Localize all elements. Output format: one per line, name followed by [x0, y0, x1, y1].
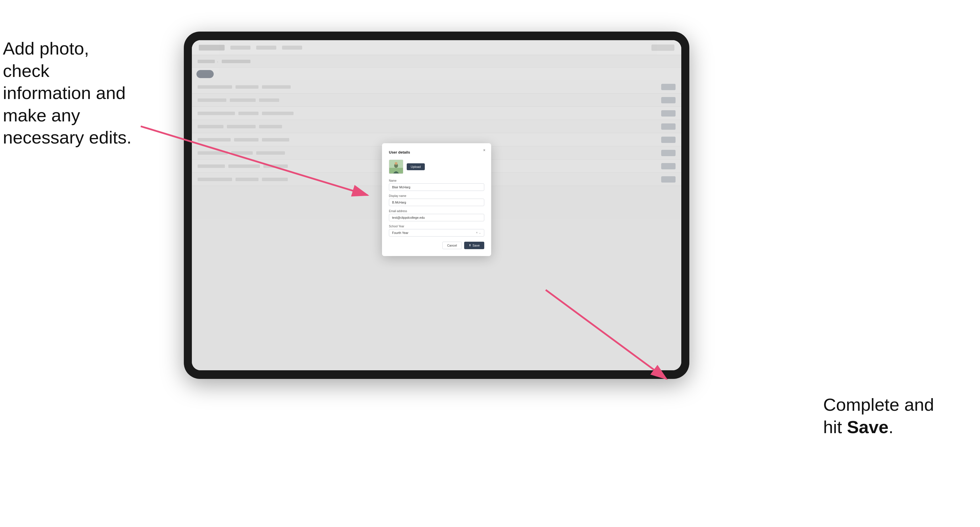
name-label: Name	[389, 179, 484, 182]
chevron-down-icon: ⌄	[479, 231, 481, 234]
tablet-screen: ›	[192, 40, 681, 370]
email-input[interactable]	[389, 214, 484, 221]
annotation-left: Add photo, check information and make an…	[3, 37, 135, 149]
select-clear-icon[interactable]: ×	[476, 231, 478, 234]
svg-point-6	[395, 162, 398, 165]
modal-footer: Cancel ⬆ Save	[389, 242, 484, 249]
upload-photo-button[interactable]: Upload	[407, 163, 425, 170]
tablet-frame: ›	[184, 32, 689, 379]
save-icon: ⬆	[469, 244, 471, 247]
school-year-select[interactable]: Fourth Year × ⌄	[389, 229, 484, 237]
email-label: Email address	[389, 210, 484, 213]
email-field-group: Email address	[389, 210, 484, 221]
school-year-value: Fourth Year	[392, 231, 409, 235]
photo-section: Upload	[389, 160, 484, 174]
school-year-label: School Year	[389, 225, 484, 228]
cancel-button[interactable]: Cancel	[442, 242, 462, 249]
photo-thumbnail	[389, 160, 403, 174]
display-name-label: Display name	[389, 194, 484, 197]
display-name-field-group: Display name	[389, 194, 484, 206]
display-name-input[interactable]	[389, 198, 484, 206]
name-input[interactable]	[389, 183, 484, 191]
modal-overlay: User details ×	[192, 40, 681, 370]
user-details-modal: User details ×	[382, 143, 491, 256]
save-button[interactable]: ⬆ Save	[464, 242, 484, 249]
annotation-right-line2: hit	[823, 417, 847, 437]
annotation-left-line4: necessary edits.	[3, 127, 132, 147]
school-year-field-group: School Year Fourth Year × ⌄	[389, 225, 484, 237]
save-label: Save	[473, 244, 480, 247]
user-photo-svg	[389, 160, 403, 174]
annotation-right: Complete and hit Save.	[823, 394, 934, 438]
annotation-left-line3: make any	[3, 105, 80, 125]
modal-close-button[interactable]: ×	[482, 148, 487, 152]
name-field-group: Name	[389, 179, 484, 191]
modal-title: User details	[389, 150, 484, 154]
annotation-left-line2: information and	[3, 83, 126, 103]
annotation-right-end: .	[889, 417, 894, 437]
annotation-right-line1: Complete and	[823, 395, 934, 414]
annotation-left-line1: Add photo, check	[3, 38, 89, 81]
annotation-save-bold: Save	[847, 417, 889, 437]
